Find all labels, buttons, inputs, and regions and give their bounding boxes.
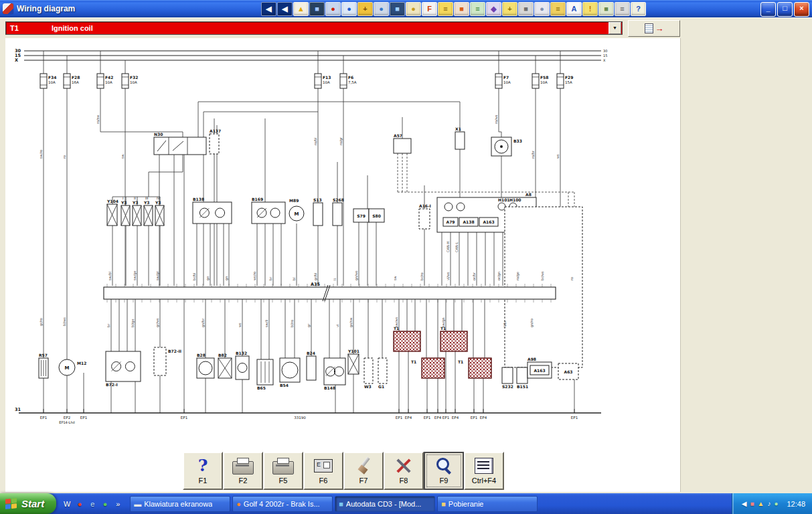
task-button[interactable]: ■ Autodata CD3 - [Mod... [335,496,435,512]
svg-text:ro: ro [62,155,66,159]
svg-text:EP4: EP4 [405,416,412,420]
gray-icon[interactable]: ■ [518,2,534,16]
task-button[interactable]: ● Golf 4 2002r - Brak Is... [232,496,333,512]
svg-text:EP4: EP4 [452,416,459,420]
svg-text:EP1: EP1 [471,416,477,420]
component-combobox[interactable]: T1 Ignition coil ▼ [5,21,623,35]
svg-text:A163: A163 [483,220,494,224]
svg-text:M12: M12 [77,361,86,365]
start-button[interactable]: Start [0,493,56,514]
svg-text:EP4: EP4 [434,416,442,420]
box-orange-icon[interactable]: ■ [454,2,469,16]
close-button[interactable]: × [794,2,809,17]
svg-text:N30: N30 [154,132,163,137]
svg-text:li: li [333,278,337,280]
minimize-button[interactable]: _ [760,2,776,17]
red-kit-icon[interactable]: ● [325,2,341,16]
warning-icon[interactable]: ▲ [293,2,309,16]
svg-text:R57: R57 [39,353,48,357]
svg-text:B132: B132 [236,351,247,355]
quick-launch-3[interactable]: e [87,495,98,513]
letter-a-icon[interactable]: A [566,2,582,16]
svg-text:X1: X1 [455,126,461,131]
titlebar-toolbar: ◀ ◀ ▲ ■ ● ● + ● ■ ● F ≡ ■ ≡ ◆ + [261,2,646,16]
f7-sparkplug-button[interactable]: F7 [343,452,384,490]
component-code: T1 [6,24,52,32]
doc-yellow-icon[interactable]: ≡ [438,2,453,16]
tray-hide-icon[interactable]: ◀ [742,500,747,507]
tray-volume-icon[interactable]: ♪ [767,500,770,507]
task-label: Autodata CD3 - [Mod... [346,500,422,508]
tray-app1-icon[interactable]: ■ [750,500,754,507]
nav-back-icon[interactable]: ◀ [277,2,293,16]
window-titlebar: Wiring diagram ◀ ◀ ▲ ■ ● ● + ● ■ ● F ≡ ■ [0,0,812,17]
quick-launch-expand[interactable]: » [112,495,123,513]
monitor-icon[interactable]: ■ [390,2,405,16]
globe2-icon[interactable]: ● [374,2,389,16]
ctrlf4-list-button[interactable]: Ctrl+F4 [464,452,504,490]
quick-launch-2[interactable]: ● [74,495,85,513]
svg-text:B72-I: B72-I [106,382,118,387]
fkey-label: F7 [359,477,368,485]
task-button[interactable]: ■ Pobieranie [437,496,538,512]
purple-icon[interactable]: ◆ [486,2,501,16]
svg-text:Y3: Y3 [120,200,127,205]
svg-text:sw/ws: sw/ws [394,317,398,327]
tray-app2-icon[interactable]: ▲ [758,500,764,507]
svg-text:EP1: EP1 [396,416,402,420]
svg-text:EP1: EP1 [424,416,430,420]
doc-green-icon[interactable]: ≡ [470,2,485,16]
svg-text:Y104: Y104 [106,199,118,203]
taskbar: Start W ● e ● » ▬ Klawiatura ekranowa ● … [0,493,812,514]
tools-icon[interactable]: + [357,2,373,16]
svg-text:or/gn: or/gn [497,272,501,280]
bolt-icon[interactable]: ! [582,2,598,16]
quick-launch-1[interactable]: W [62,495,72,513]
fkey-icon [385,455,422,477]
wiring-diagram-canvas[interactable]: 30301515XXF3410AF2816AF4210AF3210AF1310A… [5,38,680,450]
maximize-button[interactable]: □ [777,2,793,17]
globe-icon[interactable]: ● [341,2,357,16]
ruler-icon[interactable]: ≡ [615,2,630,16]
tray-network-icon[interactable]: ● [774,500,778,507]
f1-help-button[interactable]: F1 [183,452,223,490]
f6-module-button[interactable]: F6 [303,452,343,490]
f2-print-button[interactable]: F2 [223,452,263,490]
task-icon: ● [236,500,241,508]
cd-icon[interactable]: ● [534,2,550,16]
nav-first-icon[interactable]: ◀ [261,2,276,16]
task-button[interactable]: ▬ Klawiatura ekranowa [130,496,230,512]
audio-icon[interactable]: ● [406,2,421,16]
tray-icons: ◀ ■ ▲ ♪ ● [742,500,779,507]
screen-icon[interactable]: ■ [309,2,325,16]
svg-text:A63: A63 [564,369,573,374]
svg-text:S232: S232 [502,384,513,389]
combobox-dropdown-button[interactable]: ▼ [608,22,621,34]
svg-text:I: I [123,196,123,200]
svg-text:M89: M89 [289,198,299,203]
f9-zoom-button[interactable]: F9 [424,452,464,490]
svg-text:H100: H100 [509,197,521,202]
task-buttons: ▬ Klawiatura ekranowa ● Golf 4 2002r - B… [130,496,538,512]
f5-print-button[interactable]: F5 [263,452,303,490]
svg-text:ws: ws [556,154,560,159]
svg-text:Y101: Y101 [347,349,359,353]
svg-text:W3: W3 [364,384,372,389]
help2-icon[interactable]: ? [631,2,646,16]
firefox-icon[interactable]: F [422,2,437,16]
fkey-icon [425,455,463,477]
f8-tools-button[interactable]: F8 [384,452,424,490]
svg-text:G1: G1 [378,384,384,389]
svg-text:10A: 10A [105,80,112,84]
quick-launch-4[interactable]: ● [100,495,110,513]
svg-text:15: 15 [603,54,607,58]
plus-yellow-icon[interactable]: + [502,2,517,16]
svg-text:A137: A137 [210,128,221,133]
grid-icon[interactable]: ■ [598,2,614,16]
doc2-yellow-icon[interactable]: ≡ [550,2,566,16]
fkey-icon [264,455,302,477]
goto-diagram-button[interactable]: → [628,20,680,37]
task-icon: ■ [339,500,343,508]
svg-text:ro/ws: ro/ws [494,114,498,124]
svg-text:ro/sw: ro/sw [96,115,100,124]
